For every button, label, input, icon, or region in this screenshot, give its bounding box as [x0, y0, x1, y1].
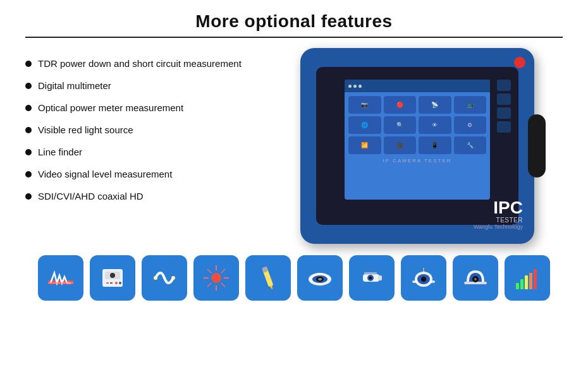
power-button-icon — [514, 57, 525, 68]
features-list: TDR power down and short circuit measure… — [25, 48, 253, 213]
screen-header — [345, 80, 490, 92]
camera-ptz-icon-box — [401, 255, 446, 301]
svg-rect-32 — [364, 272, 377, 275]
tester-label: TESTER — [474, 217, 523, 224]
brand-label: Wanglu Technology — [474, 224, 523, 230]
list-item: TDR power down and short circuit measure… — [25, 58, 253, 69]
tdr-icon-box — [38, 255, 83, 301]
svg-point-12 — [214, 275, 219, 280]
screen-app-icon: 📡 — [419, 96, 451, 114]
bottom-icons-row — [25, 255, 563, 301]
screen-app-icon: 👁 — [419, 116, 451, 134]
list-item: Digital multimeter — [25, 80, 253, 91]
list-item: SDI/CVI/AHD coaxial HD — [25, 191, 253, 202]
svg-line-20 — [207, 283, 211, 287]
camera-dome2-icon-box — [453, 255, 498, 301]
svg-point-9 — [154, 276, 157, 280]
svg-point-4 — [110, 273, 115, 278]
device-label: IPC TESTER Wanglu Technology — [474, 199, 523, 230]
svg-rect-41 — [516, 283, 519, 289]
pen-icon — [253, 263, 283, 293]
svg-point-40 — [474, 278, 477, 280]
svg-point-27 — [318, 278, 322, 280]
screen-dot — [358, 85, 362, 88]
svg-point-36 — [421, 277, 426, 282]
list-item: Video signal level measurement — [25, 169, 253, 179]
screen-app-icon: 🎥 — [384, 136, 417, 154]
screen-app-icon: ⚙ — [454, 116, 487, 134]
feature-text: Optical power meter measurement — [38, 102, 183, 113]
tdr-icon — [46, 263, 76, 293]
feature-text: TDR power down and short circuit measure… — [38, 58, 242, 69]
svg-point-30 — [369, 277, 372, 280]
svg-rect-45 — [534, 269, 537, 289]
camera-dome-icon-box — [297, 255, 343, 301]
screen-app-icon: 📶 — [348, 136, 381, 154]
camera-ptz-icon — [408, 263, 439, 293]
device-handle — [528, 114, 546, 177]
ipc-big: IPC — [493, 198, 523, 217]
svg-line-17 — [207, 269, 211, 273]
svg-point-8 — [119, 282, 121, 284]
page: More optional features TDR power down an… — [0, 0, 588, 379]
svg-point-10 — [171, 276, 175, 280]
multimeter-icon — [97, 263, 128, 293]
cable-icon — [149, 263, 180, 293]
ipc-label: IPC — [474, 199, 523, 217]
screen-dot — [353, 85, 357, 88]
svg-line-19 — [221, 269, 225, 273]
laser-icon-box — [193, 255, 239, 301]
feature-text: SDI/CVI/AHD coaxial HD — [38, 191, 144, 202]
bullet-icon — [25, 61, 32, 67]
signal-icon — [512, 263, 542, 293]
svg-rect-43 — [525, 275, 528, 289]
list-item: Optical power meter measurement — [25, 102, 253, 113]
feature-text: Visible red light source — [38, 124, 133, 135]
camera-bullet-icon — [357, 263, 387, 293]
camera-dome-icon — [305, 263, 335, 293]
bullet-icon — [25, 105, 32, 111]
laser-icon — [201, 263, 231, 293]
svg-point-7 — [115, 282, 118, 284]
feature-text: Line finder — [38, 147, 82, 157]
feature-text: Digital multimeter — [38, 80, 111, 91]
device-screen: 📷 🔴 📡 📺 🌐 🔍 👁 ⚙ 📶 🎥 📱 🔧 — [345, 80, 490, 200]
device-illustration: 📷 🔴 📡 📺 🌐 🔍 👁 ⚙ 📶 🎥 📱 🔧 — [300, 48, 534, 244]
cable-icon-box — [142, 255, 187, 301]
screen-dot — [348, 85, 352, 88]
side-button — [497, 107, 511, 119]
list-item: Line finder — [25, 147, 253, 157]
screen-label: IP CAMERA TESTER — [345, 158, 490, 164]
side-button — [497, 93, 511, 105]
multimeter-icon-box — [90, 255, 135, 301]
screen-grid: 📷 🔴 📡 📺 🌐 🔍 👁 ⚙ 📶 🎥 📱 🔧 — [345, 92, 490, 158]
svg-rect-31 — [378, 275, 382, 280]
screen-app-icon: 🔧 — [454, 136, 487, 154]
bullet-icon — [25, 193, 32, 200]
svg-marker-22 — [270, 286, 274, 290]
camera-dome2-icon — [460, 263, 491, 293]
screen-app-icon: 📺 — [454, 96, 487, 114]
screen-app-icon: 🌐 — [348, 116, 381, 134]
pen-icon-box — [245, 255, 291, 301]
side-button — [497, 121, 511, 133]
device-image-area: 📷 🔴 📡 📺 🌐 🔍 👁 ⚙ 📶 🎥 📱 🔧 — [272, 48, 563, 244]
list-item: Visible red light source — [25, 124, 253, 135]
svg-line-18 — [221, 283, 225, 287]
screen-app-icon: 📷 — [348, 96, 381, 114]
bullet-icon — [25, 83, 32, 89]
svg-rect-44 — [529, 273, 532, 289]
bullet-icon — [25, 149, 32, 155]
divider — [25, 37, 563, 38]
signal-icon-box — [505, 255, 550, 301]
main-content: TDR power down and short circuit measure… — [25, 48, 563, 244]
feature-text: Video signal level measurement — [38, 169, 172, 179]
bullet-icon — [25, 171, 32, 177]
screen-app-icon: 📱 — [419, 136, 451, 154]
bullet-icon — [25, 127, 32, 133]
screen-app-icon: 🔴 — [384, 96, 417, 114]
page-title: More optional features — [25, 11, 563, 32]
screen-app-icon: 🔍 — [384, 116, 417, 134]
svg-rect-42 — [520, 279, 524, 289]
camera-bullet-icon-box — [349, 255, 395, 301]
